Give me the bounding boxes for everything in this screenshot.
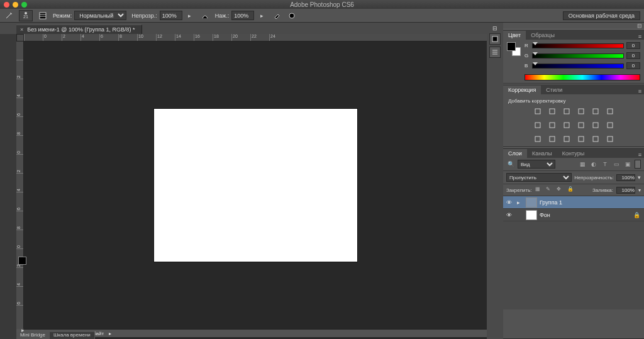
- adj-lookup-icon[interactable]: [576, 120, 586, 130]
- lock-all-icon[interactable]: 🔒: [567, 186, 575, 194]
- filter-smart-icon[interactable]: ▣: [623, 160, 632, 169]
- filter-shape-icon[interactable]: ▭: [612, 160, 621, 169]
- mode-select[interactable]: Нормальный: [74, 11, 126, 20]
- layer-filter-select[interactable]: Вид: [518, 160, 555, 169]
- lock-position-icon[interactable]: ✥: [557, 186, 564, 194]
- layer-row[interactable]: 👁Фон🔒: [503, 209, 644, 221]
- layer-opacity-input[interactable]: [616, 174, 635, 181]
- adj-posterize-icon[interactable]: [605, 120, 615, 130]
- tab-color[interactable]: Цвет: [503, 31, 526, 40]
- disclosure-icon[interactable]: ▸: [517, 199, 523, 206]
- layer-thumbnail[interactable]: [526, 197, 537, 208]
- minimize-window[interactable]: [13, 2, 18, 8]
- search-icon[interactable]: 🔍: [506, 160, 515, 169]
- tab-swatches[interactable]: Образцы: [526, 31, 560, 40]
- panel-color-swatches[interactable]: [507, 42, 521, 56]
- svg-rect-20: [608, 123, 613, 128]
- document-tab[interactable]: × Без имени-1 @ 100% (Группа 1, RGB/8) *: [16, 25, 142, 34]
- adj-gradient-icon[interactable]: [591, 134, 601, 144]
- blend-mode-select[interactable]: Пропустить: [506, 173, 572, 182]
- adj-bw-icon[interactable]: [533, 120, 543, 130]
- adj-gradient-map-icon[interactable]: [547, 134, 557, 144]
- fill-input[interactable]: [616, 187, 635, 194]
- lock-pixels-icon[interactable]: ✎: [546, 186, 553, 194]
- visibility-icon[interactable]: 👁: [503, 196, 514, 208]
- panels-collapse-icon[interactable]: ⊟: [503, 23, 644, 29]
- pressure-size-icon[interactable]: [287, 11, 297, 21]
- adj-brightness-icon[interactable]: [533, 106, 543, 116]
- color-panel-menu-icon[interactable]: ≡: [636, 33, 644, 40]
- tool-preset-icon[interactable]: [4, 11, 14, 21]
- adj-selective-icon[interactable]: [562, 134, 572, 144]
- tab-adjustments[interactable]: Коррекция: [503, 86, 541, 94]
- layers-panel-menu-icon[interactable]: ≡: [636, 152, 644, 158]
- vertical-ruler[interactable]: 2468024680246: [16, 42, 24, 329]
- adj-threshold-icon[interactable]: [533, 134, 543, 144]
- history-panel-icon[interactable]: [489, 33, 501, 45]
- horizontal-ruler[interactable]: 024681012141618202224: [24, 34, 487, 42]
- adj-invert-icon[interactable]: [591, 120, 601, 130]
- mini-bridge-tab[interactable]: Mini Bridge: [16, 332, 50, 339]
- properties-panel-icon[interactable]: [489, 47, 501, 58]
- layer-name[interactable]: Группа 1: [540, 199, 562, 206]
- airbrush-icon[interactable]: [272, 11, 282, 21]
- ruler-origin[interactable]: [16, 34, 24, 42]
- timeline-tab[interactable]: Шкала времени: [50, 332, 95, 339]
- blue-slider[interactable]: [532, 64, 624, 69]
- svg-rect-26: [608, 136, 613, 142]
- close-tab-icon[interactable]: ×: [20, 26, 23, 33]
- adj-pattern-icon[interactable]: [605, 134, 615, 144]
- document-canvas[interactable]: [154, 109, 357, 262]
- adj-photo-filter-icon[interactable]: [547, 120, 557, 130]
- workspace-switcher[interactable]: Основная рабочая среда: [563, 11, 640, 20]
- flow-scrub-icon[interactable]: ▸: [257, 11, 267, 21]
- svg-rect-9: [535, 109, 540, 114]
- filter-pixel-icon[interactable]: ▦: [578, 160, 587, 169]
- layer-name[interactable]: Фон: [540, 212, 550, 218]
- adj-vibrance-icon[interactable]: [591, 106, 601, 116]
- tab-layers[interactable]: Слои: [503, 149, 527, 158]
- red-slider[interactable]: [532, 43, 624, 48]
- opacity-scrub-icon[interactable]: ▸: [185, 11, 195, 21]
- green-value[interactable]: [626, 52, 640, 59]
- blend-mode-group: Режим: Нормальный: [53, 11, 126, 20]
- adjustments-panel-menu-icon[interactable]: ≡: [636, 88, 644, 94]
- blue-value[interactable]: [626, 62, 640, 69]
- filter-toggle[interactable]: [635, 160, 641, 169]
- green-slider[interactable]: [532, 53, 624, 58]
- panel-dock: ⊟ Цвет Образцы ≡ R: [503, 23, 644, 339]
- canvas-viewport[interactable]: [24, 42, 487, 329]
- brush-preset-picker[interactable]: 21: [19, 10, 33, 21]
- opacity-input[interactable]: [160, 11, 182, 20]
- tab-styles[interactable]: Стили: [541, 86, 567, 94]
- status-arrow-icon[interactable]: ▸: [109, 331, 111, 336]
- adj-curves-icon[interactable]: [562, 106, 572, 116]
- visibility-icon[interactable]: 👁: [503, 209, 514, 221]
- tab-channels[interactable]: Каналы: [527, 149, 557, 158]
- lock-transparent-icon[interactable]: ▦: [535, 186, 543, 194]
- foreground-color[interactable]: [18, 257, 26, 265]
- close-window[interactable]: [4, 2, 9, 8]
- brush-panel-icon[interactable]: [38, 11, 48, 21]
- color-ramp[interactable]: [525, 74, 640, 81]
- adj-hue-icon[interactable]: [605, 106, 615, 116]
- panel-foreground[interactable]: [507, 42, 516, 51]
- dock-collapse-icon[interactable]: ⊟: [492, 25, 497, 31]
- filter-adjust-icon[interactable]: ◐: [589, 160, 598, 169]
- tab-paths[interactable]: Контуры: [557, 149, 589, 158]
- adj-exposure-icon[interactable]: [576, 106, 586, 116]
- adj-solid-icon[interactable]: [576, 134, 586, 144]
- filter-type-icon[interactable]: T: [601, 160, 609, 169]
- adj-channel-mixer-icon[interactable]: [562, 120, 572, 130]
- pressure-opacity-icon[interactable]: [200, 11, 210, 21]
- red-value[interactable]: [626, 42, 640, 49]
- zoom-window[interactable]: [21, 2, 27, 8]
- adj-levels-icon[interactable]: [547, 106, 557, 116]
- svg-rect-14: [608, 109, 613, 114]
- flow-input[interactable]: [231, 11, 254, 20]
- layer-row[interactable]: 👁▸Группа 1: [503, 196, 644, 209]
- opacity-chevron-icon[interactable]: ▾: [638, 174, 641, 181]
- fill-chevron-icon[interactable]: ▾: [638, 187, 641, 193]
- svg-rect-8: [492, 36, 497, 42]
- layer-thumbnail[interactable]: [526, 210, 537, 220]
